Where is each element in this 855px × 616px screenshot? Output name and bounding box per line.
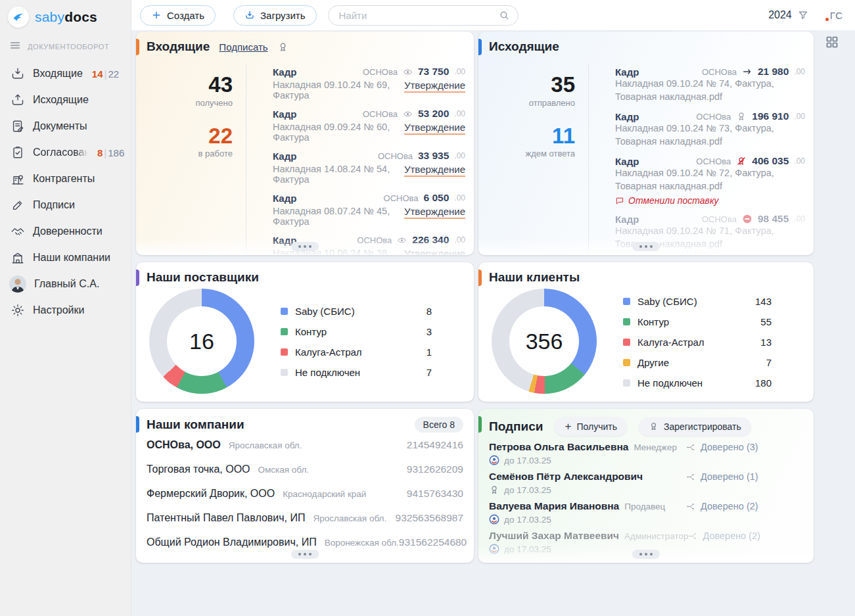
legend-color-chip [281, 369, 288, 376]
counter-separator: | [104, 68, 107, 80]
sidebar-item-outbox[interactable]: Исходящие [0, 87, 131, 113]
doc-status-link[interactable]: Утверждение [404, 248, 465, 255]
sidebar-item-counterparties[interactable]: Контрагенты [0, 166, 131, 192]
doc-org: ОСНОва [378, 151, 413, 161]
sent-count[interactable]: 35 [478, 74, 575, 97]
outgoing-document-row[interactable]: КадрОСНОва406 035.00Накладная 09.10.24 №… [615, 155, 805, 206]
delegated-label: Доверено (3) [701, 442, 758, 452]
legend-item[interactable]: Калуга-Астрал1 [281, 342, 432, 362]
card-accent [478, 416, 482, 433]
company-row[interactable]: Фермерский Дворик, ОООКраснодарский край… [147, 488, 463, 512]
logo[interactable]: sabydocs [0, 0, 131, 33]
doc-org: ОСНОва [363, 67, 398, 77]
legend-item[interactable]: Не подключен7 [281, 362, 432, 383]
signature-row[interactable]: Валуева Мария ИвановнаПродавецДоверено (… [489, 500, 803, 525]
year-filter[interactable]: 2024 [768, 9, 809, 21]
outgoing-document-row[interactable]: КадрОСНОва21 980.00Накладная 09.10.24 № … [615, 66, 805, 103]
more-button[interactable] [632, 242, 660, 251]
legend-item[interactable]: Другие7 [623, 352, 772, 373]
user-initials: ГС [830, 10, 843, 21]
more-button[interactable] [291, 242, 319, 251]
company-row[interactable]: ОСНОва, ОООЯрославская обл.2145492416 [147, 439, 463, 463]
companies-list: ОСНОва, ОООЯрославская обл.2145492416Тор… [136, 435, 474, 561]
suppliers-donut-chart[interactable]: 16 [149, 289, 254, 394]
get-signature-button[interactable]: + Получить [555, 417, 626, 436]
sidebar-item-counter: 8|186 [97, 147, 124, 158]
company-row[interactable]: Патентный Павел Павлович, ИПЯрославская … [147, 512, 463, 536]
search-icon[interactable] [499, 10, 510, 21]
doc-comment[interactable]: Отменили поставку [615, 195, 805, 206]
doc-row-line1: КадрОСНОва33 935.00 [273, 150, 465, 162]
create-label: Создать [167, 10, 204, 21]
sidebar-item-approval[interactable]: Согласование8|186 [0, 139, 131, 166]
incoming-document-row[interactable]: КадрОСНОва33 935.00Накладная 14.08.24 № … [273, 150, 465, 185]
sidebar-item-gear[interactable]: Настройки [0, 297, 131, 323]
companies-card: Наши компании Всего 8 ОСНОва, ОООЯрослав… [136, 409, 474, 563]
doc-company: Кадр [273, 151, 296, 162]
create-button[interactable]: Создать [140, 5, 216, 26]
delegate-icon [686, 472, 696, 482]
signature-line1: Лучший Захар МатвеевичАдминистраторДовер… [489, 530, 803, 542]
legend-value: 7 [427, 367, 432, 378]
sidebar-item-label: Документы [33, 120, 87, 132]
user-avatar-initials[interactable]: ГС [826, 10, 843, 21]
sidebar-item-profile[interactable]: Главный С.А. [0, 271, 131, 297]
dashboard-grid-icon[interactable] [825, 36, 839, 49]
gear-icon [11, 303, 25, 318]
incoming-document-row[interactable]: КадрОСНОва53 200.00Накладная 09.09.24 № … [273, 108, 465, 143]
legend-item[interactable]: Контур55 [623, 312, 772, 332]
clients-legend: Saby (СБИС)143Контур55Калуга-Астрал13Дру… [623, 290, 772, 393]
more-button[interactable] [291, 550, 319, 559]
register-signature-button[interactable]: Зарегистрировать [639, 417, 751, 436]
doc-company: Кадр [273, 193, 296, 204]
more-button[interactable] [632, 550, 660, 559]
doc-row-line1: КадрОСНОва406 035.00 [615, 155, 805, 167]
signature-row[interactable]: Семёнов Пётр АлександровичДоверено (1)до… [489, 471, 803, 495]
legend-item[interactable]: Saby (СБИС)8 [281, 301, 432, 321]
search-input[interactable] [339, 10, 499, 21]
sidebar-item-signature[interactable]: Подписи [0, 192, 131, 218]
doc-meta: ОСНОва33 935.00 [378, 150, 465, 162]
incoming-document-row[interactable]: КадрОСНОва6 050.00Накладная 08.07.24 № 4… [273, 192, 465, 227]
legend-item[interactable]: Saby (СБИС)143 [623, 291, 772, 312]
sidebar-item-handshake[interactable]: Доверенности [0, 218, 131, 245]
legend-color-chip [281, 328, 288, 335]
outgoing-document-row[interactable]: КадрОСНОва196 910.00Накладная 09.10.24 №… [615, 110, 805, 148]
sidebar-nav: Входящие14|22ИсходящиеДокументыСогласова… [0, 58, 131, 323]
delegated-link[interactable]: Доверено (3) [686, 442, 803, 452]
legend-value: 1 [427, 346, 432, 358]
legend-item[interactable]: Контур3 [281, 321, 432, 342]
delegate-icon [688, 531, 698, 541]
delegated-link[interactable]: Доверено (2) [686, 501, 803, 511]
legend-item[interactable]: Калуга-Астрал13 [623, 332, 772, 352]
company-row[interactable]: Торговая точка, ООООмская обл.9312626209 [147, 463, 463, 488]
legend-item[interactable]: Не подключен180 [623, 373, 772, 393]
suppliers-total: 16 [167, 306, 237, 376]
user-photo-avatar [9, 275, 26, 293]
doc-status-link[interactable]: Утверждение [404, 80, 465, 93]
waiting-count[interactable]: 11 [478, 125, 575, 148]
received-count[interactable]: 43 [136, 74, 233, 97]
signature-role: Менеджер [634, 442, 677, 452]
legend-value: 7 [766, 357, 772, 368]
doc-status-link[interactable]: Утверждение [404, 122, 465, 135]
incoming-document-row[interactable]: КадрОСНОва73 750.00Накладная 09.10.24 № … [273, 66, 465, 101]
search-box[interactable] [328, 5, 519, 26]
signature-row[interactable]: Петрова Ольга ВасильевнаМенеджерДоверено… [489, 441, 803, 465]
delegated-link[interactable]: Доверено (2) [688, 531, 803, 541]
menu-toggle-icon[interactable] [9, 39, 21, 54]
sidebar-item-building[interactable]: Наши компании [0, 245, 131, 271]
sidebar-item-documents[interactable]: Документы [0, 113, 131, 139]
doc-status-link[interactable]: Утверждение [404, 164, 465, 177]
upload-button[interactable]: Загрузить [233, 5, 317, 26]
company-name: Фермерский Дворик, ООО [147, 488, 275, 500]
companies-total-badge: Всего 8 [415, 417, 463, 433]
clients-donut-chart[interactable]: 356 [492, 289, 597, 394]
sign-link[interactable]: Подписать [219, 41, 267, 53]
doc-amount-cents: .00 [794, 112, 805, 121]
sidebar-item-inbox[interactable]: Входящие14|22 [0, 60, 131, 87]
counter-separator: | [104, 147, 106, 158]
delegated-link[interactable]: Доверено (1) [686, 471, 803, 482]
in-progress-count[interactable]: 22 [136, 125, 233, 148]
doc-status-link[interactable]: Утверждение [404, 206, 465, 219]
